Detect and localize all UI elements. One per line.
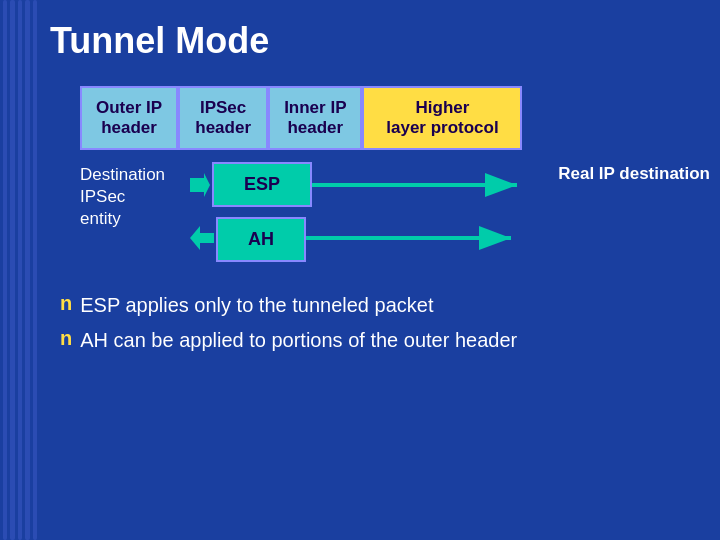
ah-row: AH <box>190 213 710 262</box>
bullets-section: n ESP applies only to the tunneled packe… <box>60 292 710 354</box>
ah-box: AH <box>216 217 306 262</box>
real-ip-destination-label: Real IP destination <box>558 164 710 184</box>
svg-marker-0 <box>190 173 210 197</box>
bullet-text-2: AH can be applied to portions of the out… <box>80 327 517 354</box>
esp-box: ESP <box>212 162 312 207</box>
ipsec-header-box: IPSec header <box>178 86 268 150</box>
higher-layer-box: Higher layer protocol <box>362 86 522 150</box>
ipsec-line2: header <box>194 118 252 138</box>
page-title: Tunnel Mode <box>50 20 710 62</box>
bullet-marker-1: n <box>60 292 72 315</box>
destination-label: Destination IPSec entity <box>80 158 190 230</box>
main-content: Tunnel Mode Outer IP header IPSec header… <box>50 20 710 362</box>
esp-left-arrow-icon <box>190 173 210 197</box>
bullet-text-1: ESP applies only to the tunneled packet <box>80 292 433 319</box>
inner-ip-box: Inner IP header <box>268 86 362 150</box>
higher-line2: layer protocol <box>378 118 506 138</box>
bullet-item-2: n AH can be applied to portions of the o… <box>60 327 710 354</box>
bullet-item-1: n ESP applies only to the tunneled packe… <box>60 292 710 319</box>
inner-ip-line2: header <box>284 118 346 138</box>
higher-line1: Higher <box>378 98 506 118</box>
ipsec-line1: IPSec <box>194 98 252 118</box>
outer-ip-box: Outer IP header <box>80 86 178 150</box>
ah-arrow-icon <box>306 226 710 250</box>
dest-line2: IPSec <box>80 186 190 208</box>
arrow-area: Real IP destination ESP <box>190 158 710 262</box>
outer-ip-line1: Outer IP <box>96 98 162 118</box>
inner-ip-line1: Inner IP <box>284 98 346 118</box>
svg-marker-3 <box>190 226 214 250</box>
dest-line3: entity <box>80 208 190 230</box>
header-boxes-row: Outer IP header IPSec header Inner IP he… <box>80 86 710 150</box>
outer-ip-line2: header <box>96 118 162 138</box>
bullet-marker-2: n <box>60 327 72 350</box>
dest-line1: Destination <box>80 164 190 186</box>
ah-left-arrow-icon <box>190 226 214 250</box>
decorative-strip <box>0 0 40 540</box>
